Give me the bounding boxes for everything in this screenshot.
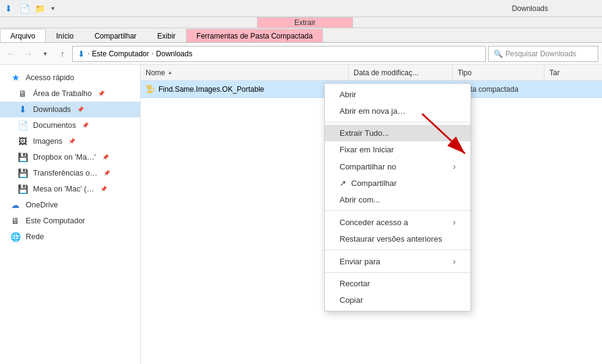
sidebar-item-downloads[interactable]: ⬇ Downloads 📌 xyxy=(0,102,140,117)
sidebar-item-mesa[interactable]: 💾 Mesa on 'Mac' (… 📌 xyxy=(0,181,140,197)
context-copiar[interactable]: Copiar xyxy=(325,292,470,308)
separator-2 xyxy=(325,210,470,211)
col-type-header[interactable]: Tipo xyxy=(453,65,544,80)
sidebar-label-desktop: Área de Trabalho xyxy=(33,89,92,98)
context-compartilhar[interactable]: ↗ Compartilhar xyxy=(325,175,470,191)
pin-icon-transferencias: 📌 xyxy=(103,170,110,176)
sidebar-item-desktop[interactable]: 🖥 Área de Trabalho 📌 xyxy=(0,86,140,102)
network-icon: 🌐 xyxy=(10,231,21,242)
tab-ferramentas[interactable]: Ferramentas de Pasta Compactada xyxy=(186,29,323,42)
sidebar-label-mesa: Mesa on 'Mac' (… xyxy=(33,185,94,193)
content-area: Nome ▲ Data de modificaç... Tipo Tar 🗜 F… xyxy=(141,65,602,364)
col-date-label: Data de modificaç... xyxy=(354,69,418,77)
sidebar-item-onedrive[interactable]: ☁ OneDrive xyxy=(0,197,140,213)
pin-icon-desktop: 📌 xyxy=(98,91,105,97)
context-abrir-label: Abrir xyxy=(340,90,356,99)
sidebar-item-dropbox[interactable]: 💾 Dropbox on 'Ma…' 📌 xyxy=(0,149,140,165)
context-enviar[interactable]: Enviar para › xyxy=(325,253,470,270)
sidebar-label-dropbox: Dropbox on 'Ma…' xyxy=(33,153,96,162)
sidebar-item-este-computador[interactable]: 🖥 Este Computador xyxy=(0,213,140,229)
col-date-header[interactable]: Data de modificaç... xyxy=(349,65,453,80)
sidebar-label-acesso-rapido: Acesso rápido xyxy=(26,73,74,82)
context-extrair-tudo[interactable]: Extrair Tudo... xyxy=(325,125,470,141)
context-conceder[interactable]: Conceder acesso a › xyxy=(325,214,470,231)
context-abrir[interactable]: Abrir xyxy=(325,86,470,103)
up-button[interactable]: ↑ xyxy=(55,46,70,61)
addr-sep1: › xyxy=(87,50,89,57)
search-bar[interactable]: 🔍 Pesquisar Downloads xyxy=(488,46,598,62)
ribbon-area: Extrair xyxy=(0,17,602,28)
share-icon: ↗ xyxy=(340,179,346,188)
tab-inicio[interactable]: Início xyxy=(46,29,84,42)
pin-icon-mesa: 📌 xyxy=(100,186,107,192)
context-extrair-inner: Extrair Tudo... xyxy=(340,128,389,138)
separator-3 xyxy=(325,250,470,250)
context-abrir-com-label: Abrir com... xyxy=(340,195,380,204)
save-icon[interactable]: ⬇ xyxy=(5,4,12,13)
context-menu: Abrir Abrir em nova ja… Extrair Tudo... … xyxy=(324,83,471,311)
separator-4 xyxy=(325,272,470,273)
cloud-icon: ☁ xyxy=(10,199,21,210)
back-button[interactable]: ← xyxy=(4,46,18,61)
chevron-down-icon: ▼ xyxy=(43,51,48,57)
context-restaurar-inner: Restaurar versões anteriores xyxy=(340,234,442,243)
tab-arquivo[interactable]: Arquivo xyxy=(0,29,46,42)
file-name-text: Find.Same.Images.OK_Portable xyxy=(158,85,264,94)
sidebar-item-documentos[interactable]: 📄 Documentos 📌 xyxy=(0,117,140,133)
context-fixar-label: Fixar em Iniciar xyxy=(340,145,394,154)
separator-1 xyxy=(325,122,470,122)
address-bar[interactable]: ⬇ › Este Computador › Downloads xyxy=(72,46,486,62)
title-bar: ⬇ 📄 📁 ▼ Downloads xyxy=(0,0,602,17)
context-restaurar[interactable]: Restaurar versões anteriores xyxy=(325,231,470,247)
addr-part1: Este Computador xyxy=(92,50,149,58)
tab-exibir[interactable]: Exibir xyxy=(147,29,186,42)
column-header: Nome ▲ Data de modificaç... Tipo Tar xyxy=(141,65,602,81)
sidebar-label-onedrive: OneDrive xyxy=(26,201,58,209)
doc-icon: 📄 xyxy=(17,120,28,131)
context-compartilhar-no[interactable]: Compartilhar no › xyxy=(325,158,470,175)
addr-sep2: › xyxy=(152,50,154,57)
main-layout: ★ Acesso rápido 🖥 Área de Trabalho 📌 ⬇ D… xyxy=(0,65,602,364)
col-tam-header[interactable]: Tar xyxy=(544,65,602,80)
context-fixar[interactable]: Fixar em Iniciar xyxy=(325,141,470,158)
context-abrir-nova-label: Abrir em nova ja… xyxy=(340,106,406,116)
sidebar-item-imagens[interactable]: 🖼 Imagens 📌 xyxy=(0,133,140,149)
context-compartilhar-no-inner: Compartilhar no xyxy=(340,162,396,171)
context-copiar-inner: Copiar xyxy=(340,295,363,305)
forward-icon: → xyxy=(24,49,32,59)
col-name-header[interactable]: Nome ▲ xyxy=(141,65,349,80)
toolbar: ← → ▼ ↑ ⬇ › Este Computador › Downloads … xyxy=(0,43,602,65)
computer-icon: 🖥 xyxy=(10,215,21,226)
context-copiar-label: Copiar xyxy=(340,295,363,305)
context-compartilhar-inner: ↗ Compartilhar xyxy=(340,179,396,188)
folder2-icon[interactable]: 📁 xyxy=(35,4,45,13)
extrair-section: Extrair xyxy=(257,17,353,28)
drive-dropbox-icon: 💾 xyxy=(17,152,28,163)
back-icon: ← xyxy=(7,49,15,59)
folder-address-icon: ⬇ xyxy=(78,49,85,59)
download-icon: ⬇ xyxy=(17,104,28,115)
col-name-label: Nome xyxy=(146,69,165,77)
sidebar-item-transferencias[interactable]: 💾 Transferências o… 📌 xyxy=(0,165,140,181)
context-abrir-nova[interactable]: Abrir em nova ja… xyxy=(325,103,470,119)
drive-transfer-icon: 💾 xyxy=(17,168,28,179)
sidebar-item-rede[interactable]: 🌐 Rede xyxy=(0,229,140,245)
dropdown-icon[interactable]: ▼ xyxy=(50,6,56,12)
tab-compartilhar[interactable]: Compartilhar xyxy=(84,29,147,42)
title-bar-icons: ⬇ 📄 📁 ▼ xyxy=(5,4,56,13)
zip-file-icon: 🗜 xyxy=(146,84,155,94)
context-abrir-nova-inner: Abrir em nova ja… xyxy=(340,106,406,116)
pin-icon-downloads: 📌 xyxy=(77,106,84,113)
dropdown-nav-button[interactable]: ▼ xyxy=(38,46,53,61)
extrair-top-label: Extrair xyxy=(257,17,353,28)
folder-icon[interactable]: 📄 xyxy=(20,4,30,13)
search-placeholder: Pesquisar Downloads xyxy=(505,50,576,58)
file-name-cell: 🗜 Find.Same.Images.OK_Portable xyxy=(141,84,349,94)
forward-button[interactable]: → xyxy=(21,46,35,61)
submenu-arrow-icon: › xyxy=(453,162,456,171)
sidebar-item-acesso-rapido[interactable]: ★ Acesso rápido xyxy=(0,70,140,86)
submenu-arrow-enviar-icon: › xyxy=(453,256,456,266)
sort-arrow-icon: ▲ xyxy=(168,70,173,75)
context-abrir-com[interactable]: Abrir com... xyxy=(325,191,470,208)
context-recortar[interactable]: Recortar xyxy=(325,275,470,292)
